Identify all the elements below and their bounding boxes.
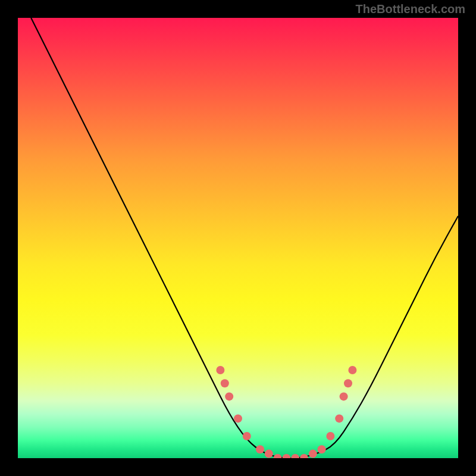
plot-area bbox=[18, 18, 458, 458]
data-marker bbox=[344, 379, 352, 387]
bottleneck-curve bbox=[31, 18, 458, 458]
data-marker bbox=[216, 366, 224, 374]
data-marker bbox=[300, 454, 308, 458]
data-marker bbox=[291, 454, 299, 458]
data-marker bbox=[265, 450, 273, 458]
data-marker bbox=[326, 432, 334, 440]
data-marker bbox=[309, 450, 317, 458]
data-markers bbox=[216, 366, 356, 458]
data-marker bbox=[335, 414, 343, 422]
data-marker bbox=[234, 414, 242, 422]
chart-container: TheBottleneck.com bbox=[0, 0, 476, 476]
watermark-text: TheBottleneck.com bbox=[356, 2, 465, 16]
data-marker bbox=[282, 454, 290, 458]
data-marker bbox=[318, 445, 326, 453]
data-marker bbox=[256, 445, 264, 453]
data-marker bbox=[348, 366, 356, 374]
data-marker bbox=[225, 392, 233, 400]
chart-svg bbox=[18, 18, 458, 458]
data-marker bbox=[340, 392, 348, 400]
data-marker bbox=[274, 454, 282, 458]
data-marker bbox=[221, 379, 229, 387]
data-marker bbox=[243, 432, 251, 440]
curve-line bbox=[31, 18, 458, 458]
